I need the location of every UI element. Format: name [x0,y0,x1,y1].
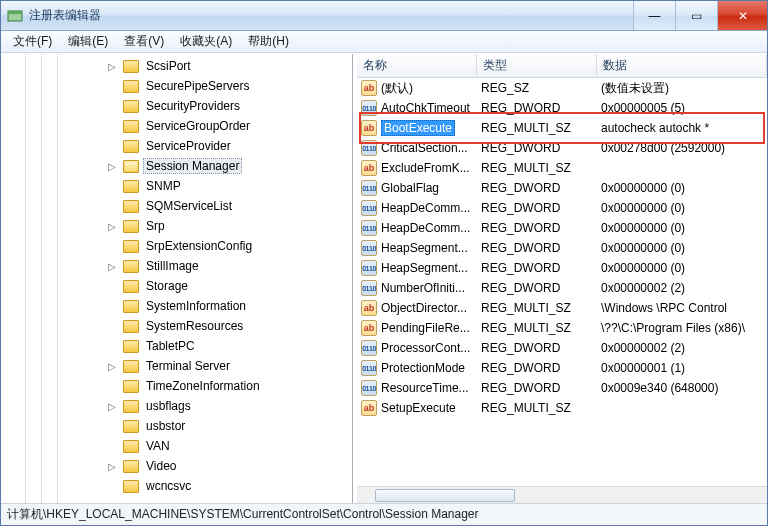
list-row[interactable]: 0110HeapSegment...REG_DWORD0x00000000 (0… [357,238,767,258]
tree-item[interactable]: ▷Session Manager [1,156,352,176]
folder-icon [123,80,139,93]
value-data: 0x00000001 (1) [597,361,767,375]
col-name[interactable]: 名称 [357,54,477,77]
tree-item[interactable]: VAN [1,436,352,456]
tree-item[interactable]: ServiceGroupOrder [1,116,352,136]
tree-item[interactable]: SystemInformation [1,296,352,316]
value-name: GlobalFlag [381,181,439,195]
menubar: 文件(F) 编辑(E) 查看(V) 收藏夹(A) 帮助(H) [1,31,767,53]
expand-icon[interactable]: ▷ [105,401,119,412]
list-row[interactable]: 0110ResourceTime...REG_DWORD0x0009e340 (… [357,378,767,398]
binary-value-icon: 0110 [361,260,377,276]
value-type: REG_MULTI_SZ [477,301,597,315]
list-row[interactable]: ab(默认)REG_SZ(数值未设置) [357,78,767,98]
value-type: REG_DWORD [477,281,597,295]
titlebar[interactable]: 注册表编辑器 — ▭ ✕ [1,1,767,31]
tree-item[interactable]: ServiceProvider [1,136,352,156]
tree-item[interactable]: ▷Terminal Server [1,356,352,376]
list-row[interactable]: 0110AutoChkTimeoutREG_DWORD0x00000005 (5… [357,98,767,118]
list-row[interactable]: 0110HeapDeComm...REG_DWORD0x00000000 (0) [357,218,767,238]
tree-item[interactable]: Storage [1,276,352,296]
menu-fav[interactable]: 收藏夹(A) [172,31,240,52]
tree-item[interactable]: ▷usbflags [1,396,352,416]
list-row[interactable]: 0110NumberOfIniti...REG_DWORD0x00000002 … [357,278,767,298]
tree-label: SQMServiceList [143,198,235,214]
menu-help[interactable]: 帮助(H) [240,31,297,52]
menu-view[interactable]: 查看(V) [116,31,172,52]
tree-item[interactable]: ▷ScsiPort [1,56,352,76]
tree-item[interactable]: ▷Video [1,456,352,476]
value-data: 0x00000000 (0) [597,201,767,215]
list-row[interactable]: 0110ProcessorCont...REG_DWORD0x00000002 … [357,338,767,358]
list-row[interactable]: abPendingFileRe...REG_MULTI_SZ\??\C:\Pro… [357,318,767,338]
menu-file[interactable]: 文件(F) [5,31,60,52]
tree-item[interactable]: TimeZoneInformation [1,376,352,396]
value-name: HeapDeComm... [381,221,470,235]
list-row[interactable]: 0110HeapDeComm...REG_DWORD0x00000000 (0) [357,198,767,218]
list-row[interactable]: 0110CriticalSection...REG_DWORD0x00278d0… [357,138,767,158]
value-name: BootExecute [381,120,455,136]
svg-rect-1 [8,11,22,14]
value-name: ProtectionMode [381,361,465,375]
string-value-icon: ab [361,300,377,316]
folder-icon [123,180,139,193]
col-data[interactable]: 数据 [597,54,767,77]
tree-item[interactable]: SystemResources [1,316,352,336]
folder-icon [123,220,139,233]
value-type: REG_DWORD [477,101,597,115]
value-type: REG_MULTI_SZ [477,401,597,415]
tree-item[interactable]: SecurityProviders [1,96,352,116]
value-data: 0x00000000 (0) [597,261,767,275]
tree-item[interactable]: ▷StillImage [1,256,352,276]
folder-icon [123,440,139,453]
folder-icon [123,360,139,373]
list-row[interactable]: 0110HeapSegment...REG_DWORD0x00000000 (0… [357,258,767,278]
list-row[interactable]: abSetupExecuteREG_MULTI_SZ [357,398,767,418]
expand-icon[interactable]: ▷ [105,61,119,72]
value-list-panel: 名称 类型 数据 ab(默认)REG_SZ(数值未设置)0110AutoChkT… [357,54,767,503]
tree-panel[interactable]: ▷ScsiPortSecurePipeServersSecurityProvid… [1,54,353,503]
tree-item[interactable]: SNMP [1,176,352,196]
value-name: CriticalSection... [381,141,468,155]
tree-item[interactable]: SecurePipeServers [1,76,352,96]
list-row[interactable]: abBootExecuteREG_MULTI_SZautocheck autoc… [357,118,767,138]
tree-item[interactable]: wcncsvc [1,476,352,496]
value-data: 0x00000002 (2) [597,341,767,355]
expand-icon[interactable]: ▷ [105,261,119,272]
tree-item[interactable]: SQMServiceList [1,196,352,216]
value-name: SetupExecute [381,401,456,415]
expand-icon[interactable]: ▷ [105,461,119,472]
tree-item[interactable]: SrpExtensionConfig [1,236,352,256]
folder-icon [123,120,139,133]
tree-label: SystemResources [143,318,246,334]
expand-icon[interactable]: ▷ [105,361,119,372]
tree-item[interactable]: usbstor [1,416,352,436]
list-row[interactable]: 0110ProtectionModeREG_DWORD0x00000001 (1… [357,358,767,378]
close-button[interactable]: ✕ [717,1,767,30]
registry-editor-window: 注册表编辑器 — ▭ ✕ 文件(F) 编辑(E) 查看(V) 收藏夹(A) 帮助… [0,0,768,526]
binary-value-icon: 0110 [361,140,377,156]
list-row[interactable]: abExcludeFromK...REG_MULTI_SZ [357,158,767,178]
list-row[interactable]: 0110GlobalFlagREG_DWORD0x00000000 (0) [357,178,767,198]
folder-icon [123,100,139,113]
expand-icon[interactable]: ▷ [105,161,119,172]
maximize-button[interactable]: ▭ [675,1,717,30]
list-body[interactable]: ab(默认)REG_SZ(数值未设置)0110AutoChkTimeoutREG… [357,78,767,486]
folder-icon [123,240,139,253]
col-type[interactable]: 类型 [477,54,597,77]
tree-item[interactable]: TabletPC [1,336,352,356]
expand-icon[interactable]: ▷ [105,221,119,232]
h-scrollbar[interactable] [357,486,767,503]
value-type: REG_DWORD [477,201,597,215]
tree-item[interactable]: ▷Srp [1,216,352,236]
value-data: 0x00278d00 (2592000) [597,141,767,155]
value-name: AutoChkTimeout [381,101,470,115]
scroll-thumb[interactable] [375,489,515,502]
menu-edit[interactable]: 编辑(E) [60,31,116,52]
string-value-icon: ab [361,120,377,136]
tree-label: ServiceGroupOrder [143,118,253,134]
list-row[interactable]: abObjectDirector...REG_MULTI_SZ\Windows … [357,298,767,318]
list-header: 名称 类型 数据 [357,54,767,78]
minimize-button[interactable]: — [633,1,675,30]
folder-icon [123,380,139,393]
